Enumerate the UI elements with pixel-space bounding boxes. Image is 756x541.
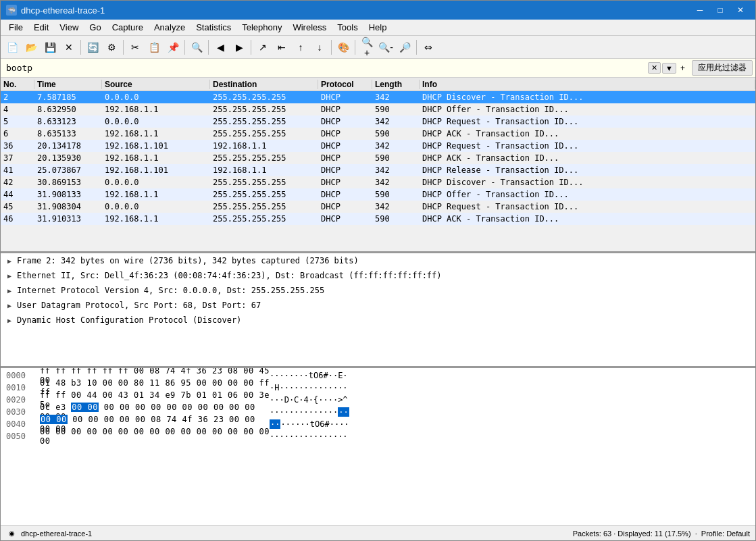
table-row[interactable]: 41 25.073867 192.168.1.101 192.168.1.1 D… (1, 164, 755, 176)
goto-first-btn[interactable]: ⇤ (273, 38, 291, 56)
cell-time: 7.587185 (34, 93, 102, 102)
detail-text: Dynamic Host Configuration Protocol (Dis… (17, 315, 241, 325)
goto-prev-btn[interactable]: ↑ (292, 38, 309, 56)
menu-edit[interactable]: Edit (28, 21, 54, 34)
cell-length: 342 (372, 117, 420, 126)
hex-highlight: 00 00 (40, 415, 68, 424)
cell-time: 20.135930 (34, 153, 102, 163)
menu-telephony[interactable]: Telephony (236, 21, 287, 34)
table-row[interactable]: 36 20.134178 192.168.1.101 192.168.1.1 D… (1, 140, 755, 152)
cell-no: 37 (1, 153, 34, 163)
cell-info: DHCP Offer - Transaction ID... (420, 105, 755, 114)
cell-length: 342 (372, 202, 420, 211)
filter-actions: ✕ ▼ + 应用此过滤器 (648, 60, 753, 76)
detail-pane: ▶ Frame 2: 342 bytes on wire (2736 bits)… (1, 253, 755, 368)
detail-text: User Datagram Protocol, Src Port: 68, Ds… (17, 301, 261, 310)
hex-highlight: 00 00 (71, 403, 99, 412)
detail-text: Internet Protocol Version 4, Src: 0.0.0.… (17, 286, 324, 295)
cell-info: DHCP ACK - Transaction ID... (420, 153, 755, 163)
menu-tools[interactable]: Tools (332, 21, 363, 34)
color-btn[interactable]: 🎨 (334, 38, 352, 56)
table-row[interactable]: 37 20.135930 192.168.1.1 255.255.255.255… (1, 152, 755, 164)
cell-protocol: DHCP (318, 141, 372, 151)
cell-no: 36 (1, 141, 34, 151)
copy-btn[interactable]: 📋 (145, 38, 163, 56)
capture-options-btn[interactable]: ⚙ (103, 38, 120, 56)
table-row[interactable]: 5 8.633123 0.0.0.0 255.255.255.255 DHCP … (1, 115, 755, 128)
menu-bar: File Edit View Go Capture Analyze Statis… (1, 20, 755, 36)
zoom-in-btn[interactable]: 🔍+ (358, 38, 376, 56)
cell-no: 42 (1, 178, 34, 187)
sep2 (123, 40, 124, 55)
zoom-normal-btn[interactable]: 🔎 (396, 38, 413, 56)
filter-input[interactable] (3, 61, 648, 74)
sep6 (331, 40, 332, 55)
menu-file[interactable]: File (3, 21, 28, 34)
cut-btn[interactable]: ✂ (126, 38, 144, 56)
table-row[interactable]: 2 7.587185 0.0.0.0 255.255.255.255 DHCP … (1, 91, 755, 103)
window-title: dhcp-ethereal-trace-1 (21, 5, 105, 16)
app-icon: 🦈 (6, 5, 17, 16)
table-header: No. Time Source Destination Protocol Len… (1, 78, 755, 91)
status-left: ◉ dhcp-ethereal-trace-1 (6, 528, 92, 539)
table-row[interactable]: 6 8.635133 192.168.1.1 255.255.255.255 D… (1, 128, 755, 140)
detail-row[interactable]: ▶ Internet Protocol Version 4, Src: 0.0.… (1, 283, 755, 298)
resize-col-btn[interactable]: ⇔ (420, 38, 437, 56)
cell-destination: 192.168.1.1 (210, 165, 318, 175)
cell-source: 192.168.1.1 (102, 190, 210, 199)
cell-protocol: DHCP (318, 117, 372, 126)
status-bar: ◉ dhcp-ethereal-trace-1 Packets: 63 · Di… (1, 525, 755, 540)
back-btn[interactable]: ◀ (211, 38, 229, 56)
hex-ascii: ·H·············· (270, 383, 348, 392)
filter-dropdown-btn[interactable]: ▼ (662, 63, 676, 74)
maximize-button[interactable]: □ (711, 3, 730, 17)
cell-time: 31.908304 (34, 202, 102, 211)
menu-analyze[interactable]: Analyze (149, 21, 191, 34)
goto-next-btn[interactable]: ↓ (311, 38, 328, 56)
cell-source: 192.168.1.1 (102, 105, 210, 114)
profile-info: Profile: Default (701, 530, 750, 538)
paste-btn[interactable]: 📌 (164, 38, 182, 56)
status-filename: dhcp-ethereal-trace-1 (21, 530, 92, 538)
save-btn[interactable]: 💾 (41, 38, 59, 56)
table-row[interactable]: 4 8.632950 192.168.1.1 255.255.255.255 D… (1, 103, 755, 115)
menu-help[interactable]: Help (363, 21, 393, 34)
open-btn[interactable]: 📂 (22, 38, 40, 56)
new-btn[interactable]: 📄 (3, 38, 21, 56)
expand-icon: ▶ (5, 317, 14, 324)
cell-no: 41 (1, 165, 34, 175)
cell-source: 0.0.0.0 (102, 117, 210, 126)
cell-no: 6 (1, 129, 34, 138)
detail-row[interactable]: ▶ Ethernet II, Src: Dell_4f:36:23 (00:08… (1, 268, 755, 283)
close-file-btn[interactable]: ✕ (60, 38, 78, 56)
detail-row[interactable]: ▶ Frame 2: 342 bytes on wire (2736 bits)… (1, 253, 755, 268)
minimize-button[interactable]: ─ (690, 3, 709, 17)
hex-offset: 0020 (6, 395, 40, 405)
cell-destination: 255.255.255.255 (210, 202, 318, 211)
menu-wireless[interactable]: Wireless (287, 21, 332, 34)
table-row[interactable]: 46 31.910313 192.168.1.1 255.255.255.255… (1, 213, 755, 225)
reload-btn[interactable]: 🔄 (84, 38, 101, 56)
sep1 (80, 40, 81, 55)
menu-capture[interactable]: Capture (107, 21, 149, 34)
filter-clear-btn[interactable]: ✕ (648, 62, 661, 74)
cell-info: DHCP Discover - Transaction ID... (420, 93, 755, 102)
menu-statistics[interactable]: Statistics (191, 21, 236, 34)
title-bar: 🦈 dhcp-ethereal-trace-1 ─ □ ✕ (1, 1, 755, 20)
goto-btn[interactable]: ↗ (254, 38, 272, 56)
cell-length: 342 (372, 178, 420, 187)
find-btn[interactable]: 🔍 (188, 38, 205, 56)
close-button[interactable]: ✕ (731, 3, 750, 17)
detail-row[interactable]: ▶ User Datagram Protocol, Src Port: 68, … (1, 298, 755, 313)
menu-go[interactable]: Go (84, 21, 106, 34)
forward-btn[interactable]: ▶ (230, 38, 248, 56)
cell-info: DHCP Discover - Transaction ID... (420, 178, 755, 187)
table-row[interactable]: 44 31.908133 192.168.1.1 255.255.255.255… (1, 188, 755, 201)
detail-row[interactable]: ▶ Dynamic Host Configuration Protocol (D… (1, 313, 755, 328)
zoom-out-btn[interactable]: 🔍- (377, 38, 395, 56)
toolbar: 📄 📂 💾 ✕ 🔄 ⚙ ✂ 📋 📌 🔍 ◀ ▶ ↗ ⇤ ↑ ↓ 🎨 🔍+ 🔍- … (1, 36, 755, 59)
menu-view[interactable]: View (54, 21, 84, 34)
table-row[interactable]: 45 31.908304 0.0.0.0 255.255.255.255 DHC… (1, 201, 755, 213)
table-row[interactable]: 42 30.869153 0.0.0.0 255.255.255.255 DHC… (1, 176, 755, 188)
filter-apply-btn[interactable]: 应用此过滤器 (692, 60, 753, 76)
